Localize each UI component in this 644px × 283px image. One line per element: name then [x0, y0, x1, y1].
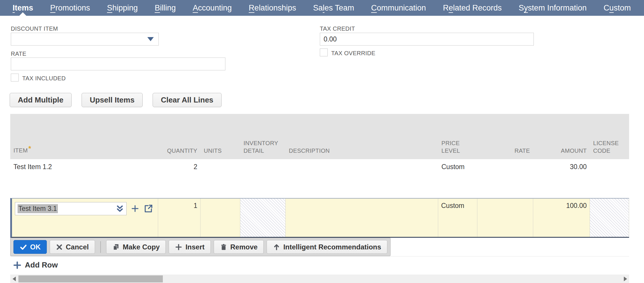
tax-override-label: TAX OVERRIDE [331, 50, 375, 57]
horizontal-scrollbar[interactable] [10, 275, 629, 283]
tax-credit-label: TAX CREDIT [320, 25, 355, 32]
copy-icon [112, 243, 120, 251]
item-combo-input[interactable]: Test Item 3.1 [15, 202, 127, 215]
edit-row: Test Item 3.1 [10, 198, 629, 238]
scroll-left-arrow-icon[interactable] [10, 275, 18, 283]
tab-relationships[interactable]: Relationships [240, 0, 305, 16]
tab-communication[interactable]: Communication [363, 0, 435, 16]
column-header-inventory-detail: INVENTORY DETAIL [240, 139, 286, 159]
table-row: Test Item 1.22Custom30.00 [10, 159, 629, 198]
items-form-area: DISCOUNT ITEM TAX CREDIT TAX OVERRIDE RA… [0, 16, 644, 114]
edit-inventory-detail-cell [240, 199, 286, 237]
cancel-button[interactable]: Cancel [50, 240, 95, 254]
row-cell-inventory-detail[interactable] [240, 159, 286, 198]
edit-toolbar: OKCancelMake CopyInsertRemoveIntelligent… [10, 238, 391, 256]
add-row-plus-icon [13, 261, 21, 269]
scroll-right-arrow-icon[interactable] [621, 275, 629, 283]
scrollbar-thumb[interactable] [18, 275, 163, 282]
edit-quantity-cell[interactable]: 1 [158, 199, 201, 237]
make-copy-button[interactable]: Make Copy [106, 240, 166, 254]
tab-system-information[interactable]: System Information [510, 0, 595, 16]
button-label: Cancel [66, 243, 89, 251]
tax-credit-input[interactable] [320, 33, 534, 46]
tab-custom[interactable]: Custom [595, 0, 639, 16]
items-table: ITEM*QUANTITYUNITSINVENTORY DETAILDESCRI… [10, 114, 629, 283]
arrow-up-icon [273, 243, 280, 251]
tab-related-records[interactable]: Related Records [434, 0, 510, 16]
check-icon [20, 243, 27, 251]
tab-tracking-number[interactable]: Tracking Number [639, 0, 644, 16]
clear-all-lines-button[interactable]: Clear All Lines [153, 93, 222, 107]
rate-input[interactable] [11, 58, 225, 70]
tab-billing[interactable]: Billing [146, 0, 184, 16]
edit-toolbar-row: OKCancelMake CopyInsertRemoveIntelligent… [10, 238, 629, 256]
items-table-body: Test Item 1.22Custom30.00 [10, 159, 629, 198]
new-item-plus-icon[interactable] [131, 204, 139, 213]
row-cell-description[interactable] [286, 159, 438, 198]
column-header-units: UNITS [201, 147, 240, 159]
button-label: Intelligent Recommendations [283, 243, 381, 251]
discount-item-select[interactable] [11, 33, 159, 46]
upsell-items-button[interactable]: Upsell Items [82, 93, 143, 107]
row-cell-units[interactable] [201, 159, 240, 198]
add-row-link[interactable]: Add Row [10, 256, 629, 274]
plus-icon [175, 243, 182, 251]
rate-label: RATE [11, 51, 26, 57]
tax-included-checkbox[interactable] [11, 74, 19, 81]
item-combo-value: Test Item 3.1 [18, 204, 58, 213]
edit-rate-cell[interactable] [477, 199, 533, 237]
tab-shipping[interactable]: Shipping [99, 0, 146, 16]
tab-items[interactable]: Items [4, 0, 42, 16]
open-item-record-icon[interactable] [144, 204, 153, 213]
record-tab-bar: ItemsPromotionsShippingBillingAccounting… [0, 0, 644, 16]
column-header-license-code: LICENSE CODE [590, 139, 629, 159]
column-header-description: DESCRIPTION [286, 147, 438, 159]
button-label: Insert [185, 243, 204, 251]
add-multiple-button[interactable]: Add Multiple [10, 93, 72, 107]
column-header-amount: AMOUNT [533, 147, 590, 159]
column-header-rate: RATE [477, 147, 533, 159]
column-header-quantity: QUANTITY [158, 147, 201, 159]
x-icon [56, 244, 63, 251]
button-label: OK [30, 243, 41, 251]
row-cell-rate[interactable] [477, 159, 533, 198]
page: ItemsPromotionsShippingBillingAccounting… [0, 0, 644, 283]
discount-item-label: DISCOUNT ITEM [11, 25, 58, 32]
items-table-header: ITEM*QUANTITYUNITSINVENTORY DETAILDESCRI… [10, 114, 629, 159]
line-action-buttons: Add MultipleUpsell ItemsClear All Lines [10, 93, 222, 107]
trash-icon [220, 243, 227, 251]
active-tab-pointer [19, 12, 26, 16]
toolbar-divider [100, 241, 101, 253]
remove-button[interactable]: Remove [214, 240, 264, 254]
row-cell-amount[interactable]: 30.00 [533, 159, 590, 198]
row-cell-price-level[interactable]: Custom [438, 159, 477, 198]
row-cell-license-code[interactable] [590, 159, 629, 198]
tax-override-checkbox[interactable] [320, 48, 328, 56]
edit-price-level-cell[interactable]: Custom [438, 199, 477, 237]
required-asterisk: * [28, 145, 31, 152]
button-label: Remove [230, 243, 258, 251]
dropdown-arrow-icon [147, 37, 154, 41]
ok-button[interactable]: OK [13, 240, 47, 254]
column-header-price-level: PRICE LEVEL [438, 139, 477, 159]
edit-item-cell[interactable]: Test Item 3.1 [12, 199, 158, 237]
intelligent-recommendations-button[interactable]: Intelligent Recommendations [267, 240, 387, 254]
edit-amount-cell[interactable]: 100.00 [533, 199, 590, 237]
tax-included-label: TAX INCLUDED [22, 75, 66, 82]
button-label: Make Copy [123, 243, 160, 251]
row-cell-item[interactable]: Test Item 1.2 [10, 159, 158, 198]
tab-sales-team[interactable]: Sales Team [305, 0, 363, 16]
column-header-item: ITEM* [10, 145, 158, 159]
add-row-label: Add Row [25, 261, 58, 270]
row-cell-quantity[interactable]: 2 [158, 159, 201, 198]
edit-units-cell[interactable] [201, 199, 240, 237]
tab-promotions[interactable]: Promotions [42, 0, 99, 16]
edit-license-code-cell [590, 199, 629, 237]
tab-accounting[interactable]: Accounting [184, 0, 240, 16]
insert-button[interactable]: Insert [169, 240, 210, 254]
chevron-double-down-icon[interactable] [115, 204, 125, 213]
edit-description-cell[interactable] [286, 199, 438, 237]
